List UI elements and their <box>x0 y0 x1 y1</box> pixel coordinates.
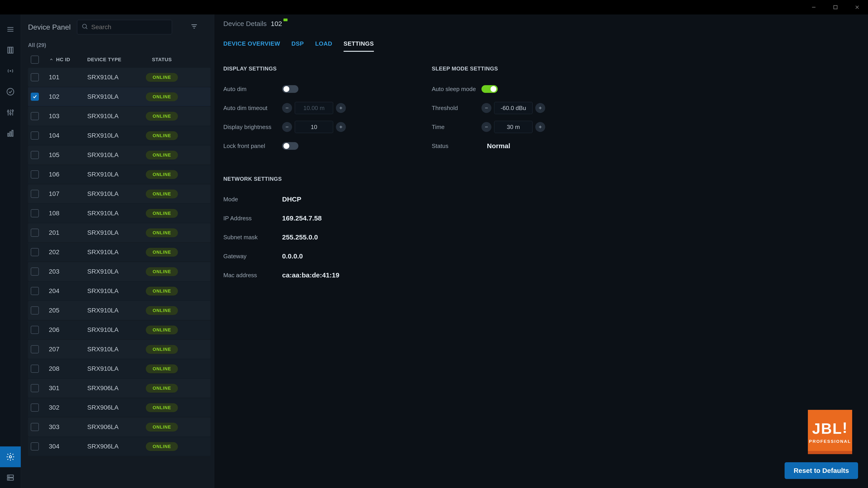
row-checkbox[interactable] <box>31 423 39 431</box>
row-type: SRX910LA <box>87 326 137 333</box>
table-row[interactable]: 105SRX910LAONLINE <box>28 145 211 164</box>
row-checkbox[interactable] <box>31 248 39 256</box>
tab-load[interactable]: LOAD <box>315 37 332 52</box>
lock-front-panel-label: Lock front panel <box>223 142 282 150</box>
table-row[interactable]: 108SRX910LAONLINE <box>28 204 211 223</box>
brightness-increment[interactable] <box>336 122 346 132</box>
detail-tabs: DEVICE OVERVIEW DSP LOAD SETTINGS <box>223 37 859 52</box>
row-status: ONLINE <box>137 403 187 412</box>
table-row[interactable]: 301SRX906LAONLINE <box>28 379 211 398</box>
row-checkbox[interactable] <box>31 306 39 315</box>
svg-rect-9 <box>11 47 13 53</box>
row-checkbox[interactable] <box>31 287 39 295</box>
row-status: ONLINE <box>137 73 187 82</box>
gateway-label: Gateway <box>223 253 282 260</box>
row-checkbox[interactable] <box>31 229 39 237</box>
auto-dim-toggle[interactable] <box>282 85 298 93</box>
server-icon[interactable] <box>0 467 21 488</box>
column-status[interactable]: STATUS <box>137 57 187 63</box>
row-checkbox[interactable] <box>31 112 39 120</box>
threshold-input[interactable] <box>494 102 532 114</box>
auto-dim-timeout-decrement[interactable] <box>282 103 292 113</box>
table-row[interactable]: 206SRX910LAONLINE <box>28 320 211 339</box>
brightness-decrement[interactable] <box>282 122 292 132</box>
select-all-checkbox[interactable] <box>31 56 39 64</box>
row-checkbox[interactable] <box>31 170 39 178</box>
mode-value: DHCP <box>282 195 301 203</box>
search-input[interactable] <box>91 24 172 31</box>
table-row[interactable]: 207SRX910LAONLINE <box>28 340 211 359</box>
column-hcid[interactable]: HC ID <box>49 57 87 63</box>
threshold-increment[interactable] <box>535 103 545 113</box>
row-checkbox[interactable] <box>31 93 39 101</box>
settings-gear-icon[interactable] <box>0 447 21 467</box>
filter-summary[interactable]: All (29) <box>21 40 214 52</box>
check-circle-icon[interactable] <box>0 81 21 102</box>
window-maximize-button[interactable] <box>825 0 846 14</box>
table-row[interactable]: 201SRX910LAONLINE <box>28 223 211 242</box>
auto-sleep-toggle[interactable] <box>482 85 498 93</box>
table-row[interactable]: 303SRX906LAONLINE <box>28 418 211 436</box>
reset-to-defaults-button[interactable]: Reset to Defaults <box>784 462 858 479</box>
search-box[interactable] <box>77 20 172 34</box>
row-checkbox[interactable] <box>31 267 39 275</box>
auto-dim-timeout-increment[interactable] <box>336 103 346 113</box>
row-checkbox[interactable] <box>31 403 39 412</box>
tab-settings[interactable]: SETTINGS <box>344 37 374 52</box>
table-row[interactable]: 208SRX910LAONLINE <box>28 359 211 378</box>
table-row[interactable]: 102SRX910LAONLINE <box>28 87 211 106</box>
row-checkbox[interactable] <box>31 442 39 451</box>
brightness-input[interactable] <box>295 121 333 133</box>
columns-icon[interactable] <box>0 40 21 61</box>
row-checkbox[interactable] <box>31 151 39 159</box>
table-row[interactable]: 204SRX910LAONLINE <box>28 282 211 300</box>
sleep-mode-title: SLEEP MODE SETTINGS <box>432 66 545 72</box>
threshold-decrement[interactable] <box>482 103 491 113</box>
svg-rect-1 <box>834 5 837 9</box>
row-type: SRX910LA <box>87 171 137 178</box>
row-checkbox[interactable] <box>31 131 39 140</box>
sliders-icon[interactable] <box>0 102 21 123</box>
row-hcid: 201 <box>49 229 87 236</box>
column-type[interactable]: DEVICE TYPE <box>87 57 137 63</box>
time-increment[interactable] <box>535 122 545 132</box>
table-row[interactable]: 205SRX910LAONLINE <box>28 301 211 320</box>
table-row[interactable]: 106SRX910LAONLINE <box>28 165 211 184</box>
table-row[interactable]: 104SRX910LAONLINE <box>28 126 211 145</box>
svg-point-10 <box>9 70 11 72</box>
window-close-button[interactable] <box>846 0 868 14</box>
table-row[interactable]: 103SRX910LAONLINE <box>28 107 211 126</box>
window-titlebar <box>0 0 868 14</box>
filter-icon[interactable] <box>190 22 198 32</box>
time-label: Time <box>432 124 482 131</box>
menu-icon[interactable] <box>0 19 21 40</box>
table-row[interactable]: 203SRX910LAONLINE <box>28 262 211 281</box>
search-icon <box>81 23 88 31</box>
row-checkbox[interactable] <box>31 73 39 81</box>
time-decrement[interactable] <box>482 122 491 132</box>
svg-point-25 <box>8 479 9 480</box>
row-checkbox[interactable] <box>31 384 39 392</box>
table-row[interactable]: 302SRX906LAONLINE <box>28 398 211 417</box>
row-hcid: 107 <box>49 190 87 197</box>
row-hcid: 103 <box>49 112 87 120</box>
table-row[interactable]: 101SRX910LAONLINE <box>28 68 211 87</box>
row-checkbox[interactable] <box>31 365 39 373</box>
bar-chart-icon[interactable] <box>0 123 21 144</box>
window-minimize-button[interactable] <box>803 0 825 14</box>
row-checkbox[interactable] <box>31 190 39 198</box>
row-checkbox[interactable] <box>31 345 39 353</box>
tab-device-overview[interactable]: DEVICE OVERVIEW <box>223 37 280 52</box>
online-indicator <box>283 19 287 21</box>
tab-dsp[interactable]: DSP <box>291 37 304 52</box>
row-checkbox[interactable] <box>31 209 39 217</box>
lock-front-panel-toggle[interactable] <box>282 142 298 150</box>
signal-icon[interactable] <box>0 61 21 81</box>
table-row[interactable]: 202SRX910LAONLINE <box>28 242 211 262</box>
table-row[interactable]: 304SRX906LAONLINE <box>28 437 211 456</box>
table-row[interactable]: 107SRX910LAONLINE <box>28 184 211 203</box>
row-type: SRX910LA <box>87 74 137 81</box>
row-checkbox[interactable] <box>31 326 39 334</box>
row-type: SRX910LA <box>87 307 137 314</box>
time-input[interactable] <box>494 121 532 133</box>
